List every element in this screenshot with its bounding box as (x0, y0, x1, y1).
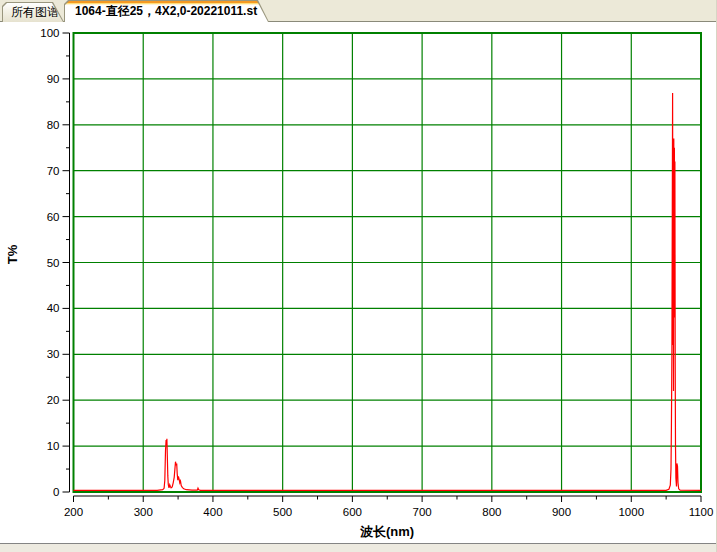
tick-labels: 0102030405060708090100200300400500600700… (40, 27, 713, 518)
svg-text:20: 20 (47, 394, 60, 406)
svg-text:30: 30 (47, 348, 60, 360)
tab-current-spectrum[interactable]: 1064-直径25，4X2,0-20221011.st (64, 0, 269, 22)
svg-text:400: 400 (203, 506, 222, 518)
tab-bar: 所有图谱 1064-直径25，4X2,0-20221011.st (0, 0, 716, 22)
svg-text:90: 90 (47, 73, 60, 85)
svg-text:70: 70 (47, 165, 60, 177)
x-axis-title: 波长(nm) (360, 523, 414, 541)
svg-text:500: 500 (273, 506, 292, 518)
svg-text:0: 0 (53, 486, 59, 498)
chart-canvas: 0102030405060708090100200300400500600700… (0, 22, 717, 543)
svg-text:1000: 1000 (618, 506, 644, 518)
window-bottom-edge (0, 543, 716, 552)
svg-text:200: 200 (64, 506, 83, 518)
svg-text:1100: 1100 (689, 506, 714, 518)
spectrum-chart: 0102030405060708090100200300400500600700… (0, 22, 717, 543)
tab-all-spectra[interactable]: 所有图谱 (2, 2, 64, 22)
spectrum-window: 所有图谱 1064-直径25，4X2,0-20221011.st 0102030… (0, 0, 717, 552)
svg-text:40: 40 (47, 302, 60, 314)
svg-text:300: 300 (134, 506, 153, 518)
svg-text:10: 10 (47, 440, 60, 452)
svg-text:80: 80 (47, 119, 60, 131)
axes (63, 33, 702, 502)
svg-text:600: 600 (343, 506, 362, 518)
spectrum-line (74, 93, 702, 490)
svg-text:60: 60 (47, 211, 60, 223)
svg-text:700: 700 (413, 506, 432, 518)
svg-text:900: 900 (552, 506, 571, 518)
y-axis-title: T% (5, 233, 20, 277)
tab-all-spectra-label: 所有图谱 (11, 4, 59, 21)
svg-text:800: 800 (482, 506, 501, 518)
svg-text:50: 50 (47, 257, 60, 269)
tab-current-spectrum-label: 1064-直径25，4X2,0-20221011.st (75, 3, 257, 20)
svg-text:100: 100 (40, 27, 59, 39)
grid-lines (74, 33, 702, 492)
